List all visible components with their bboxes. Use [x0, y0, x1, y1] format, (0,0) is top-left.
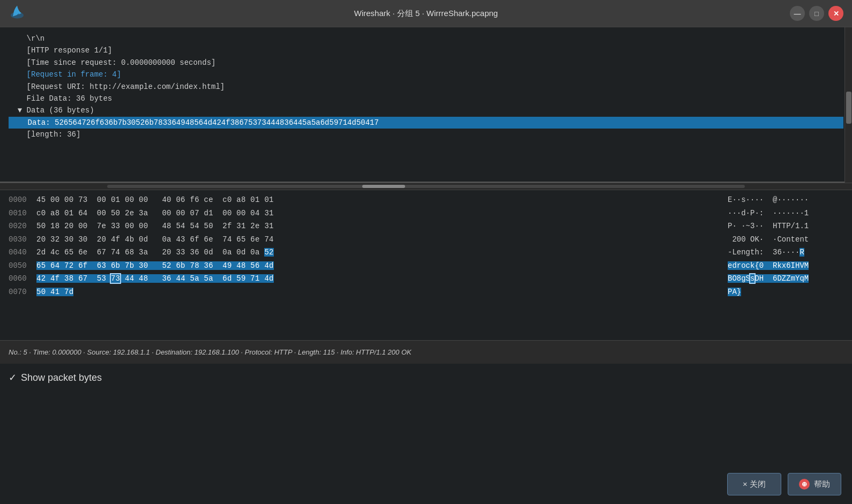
detail-line-request-uri: [Request URI: http://example.com/index.h… [9, 81, 843, 93]
detail-line-data-selected[interactable]: Data: 526564726f636b7b30526b783364948564… [9, 117, 843, 129]
hex-bytes: 45 00 00 73 00 01 00 00 40 06 f6 ce c0 a… [36, 193, 715, 207]
hex-dump-panel: 0000 45 00 00 73 00 01 00 00 40 06 f6 ce… [0, 190, 852, 340]
hex-row-0010: 0010 c0 a8 01 64 00 50 2e 3a 00 00 07 d1… [9, 207, 843, 220]
hex-ascii: E··s···· @······· [715, 193, 843, 207]
hex-offset: 0070 [9, 285, 36, 299]
hex-bytes: 42 4f 38 67 53 73 44 48 36 44 5a 5a 6d 5… [36, 272, 715, 285]
close-window-button[interactable]: × 关闭 [727, 473, 781, 495]
hex-row-0000: 0000 45 00 00 73 00 01 00 00 40 06 f6 ce… [9, 193, 843, 207]
help-label: 帮助 [814, 479, 830, 490]
detail-line-request-frame[interactable]: [Request in frame: 4] [9, 69, 843, 80]
hex-ascii: -Length: 36····R [715, 246, 843, 259]
hex-ascii: BO8gSsDH 6DZZmYqM [715, 272, 843, 285]
detail-line-time: [Time since request: 0.0000000000 second… [9, 57, 843, 69]
close-window-label: × 关闭 [743, 479, 766, 490]
hex-bytes: 20 32 30 30 20 4f 4b 0d 0a 43 6f 6e 74 6… [36, 233, 715, 246]
detail-line-file-data: File Data: 36 bytes [9, 93, 843, 104]
hex-offset: 0030 [9, 233, 36, 246]
status-text: No.: 5 · Time: 0.000000 · Source: 192.16… [9, 348, 412, 356]
hex-offset: 0020 [9, 220, 36, 233]
scroll-track [107, 185, 745, 188]
hex-bytes: 65 64 72 6f 63 6b 7b 30 52 6b 78 36 49 4… [36, 259, 715, 273]
hex-row-0030: 0030 20 32 30 30 20 4f 4b 0d 0a 43 6f 6e… [9, 233, 843, 246]
hex-ascii: P· ·~3·· HTTP/1.1 [715, 220, 843, 233]
help-button[interactable]: ⊕ 帮助 [788, 473, 841, 495]
bottom-buttons: × 关闭 ⊕ 帮助 [727, 473, 841, 495]
wireshark-logo [9, 4, 26, 24]
scroll-thumb[interactable] [362, 185, 405, 188]
window-title: Wireshark · 分组 5 · WirrreShark.pcapng [354, 9, 498, 19]
hex-ascii: ···d·P·: ·······1 [715, 207, 843, 220]
hex-offset: 0000 [9, 193, 36, 207]
minimize-button[interactable]: — [790, 6, 805, 21]
detail-line-length: [length: 36] [9, 129, 843, 140]
hex-row-0050: 0050 65 64 72 6f 63 6b 7b 30 52 6b 78 36… [9, 259, 843, 273]
hex-row-0060: 0060 42 4f 38 67 53 73 44 48 36 44 5a 5a… [9, 272, 843, 285]
vertical-scrollbar[interactable] [844, 27, 852, 183]
maximize-button[interactable]: □ [809, 6, 824, 21]
hex-row-0020: 0020 50 18 20 00 7e 33 00 00 48 54 54 50… [9, 220, 843, 233]
packet-detail-panel: \r\n [HTTP response 1/1] [Time since req… [0, 27, 852, 183]
hex-bytes: 2d 4c 65 6e 67 74 68 3a 20 33 36 0d 0a 0… [36, 246, 715, 259]
hex-offset: 0050 [9, 259, 36, 273]
close-button[interactable]: ✕ [828, 6, 843, 21]
hex-ascii: PA} [715, 285, 843, 299]
checkmark-icon: ✓ [9, 372, 17, 383]
help-icon: ⊕ [799, 479, 810, 490]
detail-line-data-section: ▼ Data (36 bytes) [9, 104, 843, 116]
hex-offset: 0040 [9, 246, 36, 259]
hex-bytes: c0 a8 01 64 00 50 2e 3a 00 00 07 d1 00 0… [36, 207, 715, 220]
title-bar: Wireshark · 分组 5 · WirrreShark.pcapng — … [0, 0, 852, 27]
window-controls: — □ ✕ [790, 6, 843, 21]
hex-row-0040: 0040 2d 4c 65 6e 67 74 68 3a 20 33 36 0d… [9, 246, 843, 259]
hex-bytes: 50 41 7d [36, 285, 715, 299]
show-packet-bytes-row[interactable]: ✓ Show packet bytes [0, 364, 852, 392]
hex-ascii: 200 OK· ·Content [715, 233, 843, 246]
hex-offset: 0060 [9, 272, 36, 285]
detail-line-http-response: [HTTP response 1/1] [9, 44, 843, 56]
hex-offset: 0010 [9, 207, 36, 220]
show-packet-bytes-label[interactable]: Show packet bytes [21, 372, 102, 383]
hex-ascii: edrock{0 Rkx6IHVM [715, 259, 843, 273]
horizontal-scrollbar[interactable] [0, 183, 852, 190]
hex-bytes: 50 18 20 00 7e 33 00 00 48 54 54 50 2f 3… [36, 220, 715, 233]
detail-line-rn: \r\n [9, 33, 843, 44]
scrollbar-thumb[interactable] [846, 92, 851, 124]
status-bar: No.: 5 · Time: 0.000000 · Source: 192.16… [0, 340, 852, 364]
hex-row-0070: 0070 50 41 7d PA} [9, 285, 843, 299]
